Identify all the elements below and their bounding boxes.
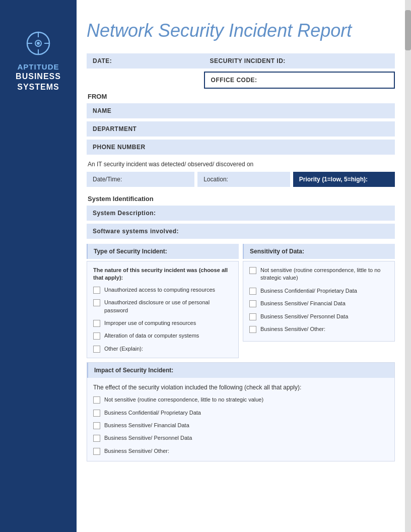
checkbox-label: Business Sensitive/ Financial Data [260,300,346,307]
checkbox[interactable] [93,410,100,417]
checkbox-label: Unauthorized disclosure or use of person… [104,299,232,314]
incident-priority-field[interactable]: Priority (1=low, 5=high): [293,172,395,187]
brand-bottom: BUSINESS SYSTEMS [16,72,61,93]
list-item: Business Sensitive/ Other: [249,325,388,333]
checkbox[interactable] [93,320,100,327]
sensitivity-checkboxes-container: Not sensitive (routine correspondence, l… [249,267,388,333]
date-security-row: DATE: SECURITY INCIDENT ID: [87,53,395,69]
impact-checkboxes-container: Not sensitive (routine correspondence, l… [93,396,388,455]
checkbox-label: Improper use of computing resources [104,319,196,327]
list-item: Business Sensitive/ Financial Data [249,300,388,307]
sensitivity-header: Sensitivity of Data: [243,244,395,259]
checkbox[interactable] [93,346,100,353]
type-sensitivity-section: Type of Security Incident: The nature of… [87,244,395,358]
list-item: Improper use of computing resources [93,319,232,327]
department-field[interactable]: DEPARTMENT [87,121,395,137]
checkbox-label: Business Sensitive/ Personnel Data [104,434,192,442]
sensitivity-body: Not sensitive (routine correspondence, l… [243,261,395,342]
list-item: Business Sensitive/ Financial Data [93,422,388,429]
office-code-field[interactable]: OFFICE CODE: [204,72,395,89]
list-item: Not sensitive (routine correspondence, l… [249,267,388,282]
report-title: Network Security Incident Report [87,20,395,41]
checkbox[interactable] [93,422,100,429]
list-item: Business Confidential/ Proprietary Data [249,287,388,295]
checkbox-label: Not sensitive (routine correspondence, l… [260,267,388,282]
list-item: Unauthorized disclosure or use of person… [93,299,232,314]
sensitivity-section: Sensitivity of Data: Not sensitive (rout… [243,244,395,358]
checkbox-label: Business Sensitive/ Personnel Data [260,313,348,320]
system-description-field[interactable]: System Description: [87,206,395,221]
checkbox-label: Business Sensitive/ Financial Data [104,422,189,429]
checkbox[interactable] [249,326,256,333]
checkbox-label: Business Confidential/ Proprietary Data [104,409,201,417]
list-item: Other (Explain): [93,345,232,353]
software-systems-field[interactable]: Software systems involved: [87,224,395,239]
checkbox-label: Business Sensitive/ Other: [260,325,325,333]
checkbox-label: Other (Explain): [104,345,143,353]
impact-body: The effect of the security violation inc… [87,378,394,461]
incident-location-field[interactable]: Location: [197,172,290,187]
checkbox[interactable] [93,299,100,306]
list-item: Business Sensitive/ Personnel Data [93,434,388,442]
list-item: Unauthorized access to computing resourc… [93,286,232,294]
impact-section: Impact of Security Incident: The effect … [87,362,395,461]
type-section: Type of Security Incident: The nature of… [87,244,239,358]
date-field[interactable]: DATE: [87,53,204,69]
incident-datetime-field[interactable]: Date/Time: [87,172,194,187]
type-header: Type of Security Incident: [87,244,239,259]
checkbox[interactable] [249,288,256,295]
checkbox[interactable] [249,267,256,274]
checkbox-label: Unauthorized access to computing resourc… [104,286,215,294]
checkbox-label: Business Sensitive/ Other: [104,447,169,455]
checkbox[interactable] [249,300,256,307]
brand-top: APTITUDE [18,62,59,72]
checkbox[interactable] [93,287,100,294]
main-content: Network Security Incident Report DATE: S… [77,0,405,482]
type-body: The nature of this security incident was… [87,261,239,358]
impact-header: Impact of Security Incident: [87,363,394,378]
type-checkboxes-container: Unauthorized access to computing resourc… [93,286,232,353]
checkbox-label: Alteration of data or computer systems [104,332,199,340]
checkbox[interactable] [93,435,100,442]
checkbox-label: Business Confidential/ Proprietary Data [260,287,357,295]
scrollbar-thumb[interactable] [405,10,411,50]
checkbox[interactable] [249,313,256,320]
checkbox[interactable] [93,332,100,340]
sidebar: APTITUDE BUSINESS SYSTEMS [0,0,77,532]
name-field[interactable]: NAME [87,103,395,118]
scrollbar[interactable] [405,0,411,532]
security-incident-id-field[interactable]: SECURITY INCIDENT ID: [204,53,395,69]
incident-detected-text: An IT security incident was detected/ ob… [88,161,395,168]
checkbox-label: Not sensitive (routine correspondence, l… [104,396,263,404]
phone-field[interactable]: PHONE NUMBER [87,140,395,155]
list-item: Business Confidential/ Proprietary Data [93,409,388,417]
office-code-wrapper: OFFICE CODE: [87,72,395,89]
list-item: Business Sensitive/ Other: [93,447,388,455]
list-item: Alteration of data or computer systems [93,332,232,340]
aptitude-icon [25,30,51,56]
impact-effect-text: The effect of the security violation inc… [93,384,388,391]
checkbox[interactable] [93,396,100,404]
nature-text: The nature of this security incident was… [93,267,232,282]
list-item: Business Sensitive/ Personnel Data [249,313,388,320]
incident-details-row: Date/Time: Location: Priority (1=low, 5=… [87,172,395,187]
system-identification-header: System Identification [88,195,395,203]
list-item: Not sensitive (routine correspondence, l… [93,396,388,404]
checkbox[interactable] [93,448,100,455]
svg-point-6 [37,42,40,45]
from-label: FROM [87,93,395,100]
